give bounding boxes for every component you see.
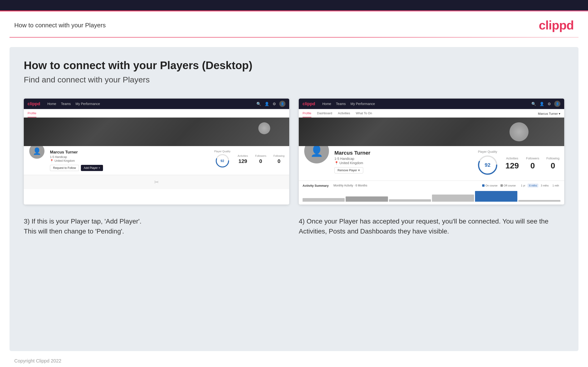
activity-legend: On course Off course [482,184,516,187]
bar-5 [475,191,517,202]
screenshot-2: clippd Home Teams My Performance 🔍 👤 ⚙ 👤… [299,99,564,205]
add-player-button[interactable]: Add Player + [81,165,103,171]
action-buttons-1: Request to Follow Add Player + [50,165,210,171]
avatar-2[interactable]: 👤 [554,101,560,107]
stats-row-1: Player Quality 92 Acti [214,150,285,169]
tab-bar-1: Profile [24,109,289,117]
avatar-icon-2: 👤 [556,102,559,106]
app-nav-2: clippd Home Teams My Performance 🔍 👤 ⚙ 👤 [299,99,564,109]
profile-info-2: Marcus Turner 1-5 Handicap 📍 United King… [334,150,473,173]
page-title: How to connect with your Players [14,22,106,29]
activity-period: Monthly Activity · 6 Months [334,184,367,187]
tab-activities-2[interactable]: Activities [338,111,350,117]
description-box-2: 4) Once your Player has accepted your re… [299,217,564,236]
profile-location-2: 📍 United Kingdom [334,161,473,165]
app-logo-1: clippd [28,101,40,106]
request-follow-button[interactable]: Request to Follow [50,165,79,171]
followers-stat-1: Followers 0 [255,154,266,164]
following-stat-1: Following 0 [274,154,285,164]
avatar-1[interactable]: 👤 [279,101,285,107]
settings-icon-1[interactable]: ⚙ [273,102,276,106]
bar-2 [346,196,388,202]
nav-home-1[interactable]: Home [47,102,56,106]
top-bar [0,0,588,11]
marcus-turner-label[interactable]: Marcus Turner ▾ [538,112,560,117]
profile-info-1: Marcus Turner 1-5 Handicap 📍 United King… [50,150,210,171]
user-icon-1[interactable]: 👤 [265,102,269,106]
bar-6 [518,200,560,202]
legend-off-course: Off course [501,184,516,187]
golf-image-1 [24,117,289,146]
legend-on-course: On course [482,184,498,187]
activity-header: Activity Summary Monthly Activity · 6 Mo… [303,184,560,187]
avatar-person-icon-1: 👤 [33,147,41,155]
time-filter-1yr[interactable]: 1 yr [519,184,527,187]
location-icon-2: 📍 [334,161,338,165]
profile-handicap-2: 1-5 Handicap [334,157,473,161]
description-box-1: 3) If this is your Player tap, 'Add Play… [24,217,289,236]
settings-icon-2[interactable]: ⚙ [548,102,551,106]
time-filter-3mths[interactable]: 3 mths [539,184,550,187]
app-nav-1: clippd Home Teams My Performance 🔍 👤 ⚙ 👤 [24,99,289,109]
copyright-text: Copyright Clippd 2022 [14,358,61,363]
description-section: 3) If this is your Player tap, 'Add Play… [24,217,564,236]
on-course-dot [482,184,484,187]
avatar-icon-1: 👤 [281,102,284,106]
profile-section-2: 👤 Marcus Turner 1-5 Handicap 📍 United Ki… [299,146,564,181]
tab-profile-1[interactable]: Profile [28,111,36,117]
remove-player-button[interactable]: Remove Player ✕ [334,167,363,173]
player-quality-stat-2: Player Quality 92 [477,150,498,177]
screenshots-row: clippd Home Teams My Performance 🔍 👤 ⚙ 👤… [24,99,564,205]
nav-right-2: 🔍 👤 ⚙ 👤 [531,101,560,107]
search-icon-1[interactable]: 🔍 [256,102,261,106]
stats-row-2: Player Quality 92 Acti [477,150,560,177]
hero-subtitle: Find and connect with your Players [24,75,564,84]
user-icon-2[interactable]: 👤 [539,102,544,106]
description-text-1: 3) If this is your Player tap, 'Add Play… [24,217,289,236]
activity-summary: Activity Summary Monthly Activity · 6 Mo… [299,181,564,205]
quality-number-1: 92 [221,159,224,163]
screenshot-1: clippd Home Teams My Performance 🔍 👤 ⚙ 👤… [24,99,289,205]
page-header: How to connect with your Players clippd [0,11,588,37]
nav-right-1: 🔍 👤 ⚙ 👤 [256,101,285,107]
nav-myperformance-1[interactable]: My Performance [76,102,100,106]
time-filter-6mths[interactable]: 6 mths [527,184,538,187]
scissors-icon: ✂ [154,179,159,185]
hero-title: How to connect with your Players (Deskto… [24,59,564,72]
profile-section-1: 👤 Marcus Turner 1-5 Handicap 📍 United Ki… [24,146,289,175]
time-filters: 1 yr 6 mths 3 mths 1 mth [519,184,560,187]
player-quality-stat-1: Player Quality 92 [214,150,231,169]
tab-what-to-on-2[interactable]: What To On [356,111,372,117]
screenshot-bottom-1: ✂ [24,175,289,189]
action-buttons-2: Remove Player ✕ [334,167,473,173]
quality-number-2: 92 [484,162,490,168]
golf-image-2 [299,117,564,146]
activities-stat-2: Activities 129 [505,157,519,170]
description-text-2: 4) Once your Player has accepted your re… [299,217,564,236]
tab-bar-2: Profile Dashboard Activities What To On … [299,109,564,117]
bar-1 [303,198,345,202]
nav-teams-2[interactable]: Teams [336,102,346,106]
time-filter-1mth[interactable]: 1 mth [551,184,560,187]
activity-bar-chart [303,190,560,202]
off-course-dot [501,184,503,187]
profile-handicap-1: 1-5 Handicap [50,155,210,159]
page-footer: Copyright Clippd 2022 [0,351,588,367]
tab-profile-2[interactable]: Profile [303,111,311,117]
activity-title: Activity Summary [303,184,329,187]
bar-3 [389,199,431,202]
profile-name-1: Marcus Turner [50,150,210,155]
clippd-logo: clippd [539,18,574,32]
tab-dashboard-2[interactable]: Dashboard [317,111,332,117]
nav-myperformance-2[interactable]: My Performance [351,102,375,106]
header-divider [9,37,579,38]
following-stat-2: Following 0 [546,157,560,170]
bar-4 [432,195,474,202]
location-icon-1: 📍 [50,159,53,162]
nav-home-2[interactable]: Home [322,102,331,106]
main-content: How to connect with your Players (Deskto… [9,47,579,351]
activities-stat-1: Activities 129 [238,154,248,164]
search-icon-2[interactable]: 🔍 [531,102,536,106]
nav-teams-1[interactable]: Teams [61,102,71,106]
avatar-person-icon-2: 👤 [310,145,323,157]
